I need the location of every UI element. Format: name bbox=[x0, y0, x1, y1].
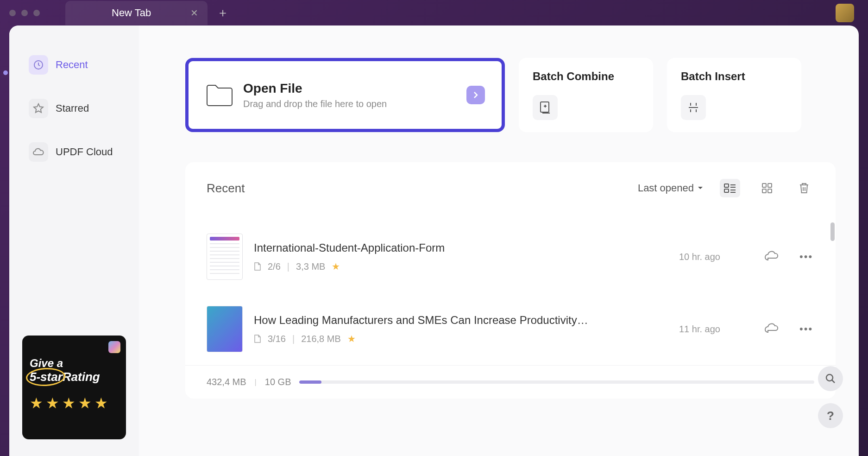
new-tab-button[interactable]: ＋ bbox=[217, 5, 229, 21]
file-name: International-Student-Application-Form bbox=[254, 241, 668, 254]
document-icon bbox=[254, 262, 261, 271]
sidebar-item-label: Recent bbox=[56, 59, 88, 71]
svg-rect-4 bbox=[762, 184, 766, 187]
app-badge-icon bbox=[836, 4, 854, 22]
open-file-arrow-button[interactable] bbox=[466, 86, 485, 104]
storage-progress-track bbox=[299, 380, 814, 384]
file-row[interactable]: How Leading Manufacturers and SMEs Can I… bbox=[207, 293, 814, 365]
document-icon bbox=[254, 334, 261, 343]
delete-button[interactable] bbox=[794, 179, 814, 197]
svg-rect-6 bbox=[762, 189, 766, 193]
storage-used: 432,4 MB bbox=[207, 377, 246, 387]
open-file-title: Open File bbox=[243, 81, 456, 96]
sidebar-item-label: UPDF Cloud bbox=[56, 146, 113, 158]
starred-icon[interactable]: ★ bbox=[347, 333, 356, 344]
starred-icon[interactable]: ★ bbox=[332, 261, 340, 272]
svg-point-8 bbox=[826, 374, 833, 381]
list-view-button[interactable] bbox=[720, 179, 740, 197]
batch-combine-card[interactable]: Batch Combine bbox=[519, 58, 653, 132]
folder-icon bbox=[205, 82, 233, 108]
chevron-down-icon bbox=[698, 186, 703, 190]
recent-header: Recent Last opened bbox=[185, 179, 836, 197]
file-time: 11 hr. ago bbox=[679, 324, 744, 335]
batch-insert-title: Batch Insert bbox=[681, 70, 787, 83]
open-file-subtitle: Drag and drop the file here to open bbox=[243, 99, 456, 109]
star-icon: ★ bbox=[94, 394, 108, 412]
batch-combine-title: Batch Combine bbox=[533, 70, 639, 83]
titlebar: New Tab ✕ ＋ bbox=[0, 0, 868, 25]
tab-close-icon[interactable]: ✕ bbox=[190, 7, 198, 19]
minimize-window-button[interactable] bbox=[21, 10, 28, 16]
recent-section: Recent Last opened bbox=[185, 162, 836, 399]
star-icon: ★ bbox=[30, 394, 43, 412]
meta-separator: | bbox=[287, 261, 289, 272]
rating-stars: ★★★★★ bbox=[30, 394, 119, 412]
tab-new[interactable]: New Tab ✕ bbox=[65, 1, 208, 25]
sidebar-item-label: Starred bbox=[56, 102, 89, 114]
svg-rect-2 bbox=[724, 184, 729, 187]
cloud-sync-icon[interactable] bbox=[764, 323, 779, 335]
trash-icon bbox=[799, 182, 810, 194]
scrollbar-thumb[interactable] bbox=[830, 222, 835, 241]
content-area: Open File Drag and drop the file here to… bbox=[139, 25, 859, 456]
file-size: 216,8 MB bbox=[301, 334, 341, 344]
storage-bar: 432,4 MB | 10 GB bbox=[185, 365, 836, 399]
svg-rect-7 bbox=[768, 189, 772, 193]
svg-rect-5 bbox=[768, 184, 772, 187]
file-info: How Leading Manufacturers and SMEs Can I… bbox=[254, 314, 668, 344]
file-meta: 3/16 | 216,8 MB ★ bbox=[254, 333, 668, 344]
help-fab[interactable]: ? bbox=[818, 403, 843, 428]
storage-separator: | bbox=[255, 378, 257, 386]
open-file-texts: Open File Drag and drop the file here to… bbox=[243, 81, 456, 109]
recent-controls: Last opened bbox=[638, 179, 814, 197]
sort-dropdown[interactable]: Last opened bbox=[638, 182, 703, 194]
file-list: International-Student-Application-Form 2… bbox=[185, 221, 836, 365]
grid-view-button[interactable] bbox=[757, 179, 777, 197]
star-icon: ★ bbox=[62, 394, 75, 412]
file-info: International-Student-Application-Form 2… bbox=[254, 241, 668, 272]
grid-view-icon bbox=[761, 183, 773, 194]
batch-insert-icon bbox=[681, 95, 706, 120]
file-name: How Leading Manufacturers and SMEs Can I… bbox=[254, 314, 668, 327]
search-fab[interactable] bbox=[818, 366, 843, 391]
top-cards-row: Open File Drag and drop the file here to… bbox=[185, 58, 836, 132]
open-file-card[interactable]: Open File Drag and drop the file here to… bbox=[185, 58, 505, 132]
list-view-icon bbox=[724, 184, 736, 193]
search-icon bbox=[825, 373, 836, 384]
rating-logo-icon bbox=[108, 341, 120, 353]
meta-separator: | bbox=[292, 334, 295, 344]
file-pages: 2/6 bbox=[268, 261, 281, 272]
batch-insert-card[interactable]: Batch Insert bbox=[667, 58, 801, 132]
clock-icon bbox=[29, 55, 48, 75]
rating-promo-card[interactable]: Give a 5-starRating ★★★★★ bbox=[22, 336, 126, 439]
sidebar-item-starred[interactable]: Starred bbox=[23, 92, 130, 125]
svg-rect-3 bbox=[724, 189, 729, 192]
file-thumbnail bbox=[207, 234, 243, 280]
main-window: Recent Starred UPDF Cloud Open File Dra bbox=[9, 25, 859, 456]
file-thumbnail bbox=[207, 306, 243, 352]
file-pages: 3/16 bbox=[268, 334, 286, 344]
sort-label: Last opened bbox=[638, 182, 694, 194]
storage-total: 10 GB bbox=[265, 377, 291, 387]
file-size: 3,3 MB bbox=[296, 261, 325, 272]
storage-progress-fill bbox=[299, 380, 321, 384]
recent-section-title: Recent bbox=[207, 181, 245, 196]
batch-combine-icon bbox=[533, 95, 558, 120]
file-meta: 2/6 | 3,3 MB ★ bbox=[254, 261, 668, 272]
cloud-icon bbox=[29, 142, 48, 162]
star-icon bbox=[29, 99, 48, 118]
star-icon: ★ bbox=[46, 394, 59, 412]
sidebar-item-recent[interactable]: Recent bbox=[23, 49, 130, 81]
file-row[interactable]: International-Student-Application-Form 2… bbox=[207, 221, 814, 293]
cloud-sync-icon[interactable] bbox=[764, 251, 779, 263]
tab-title: New Tab bbox=[112, 7, 151, 19]
file-more-button[interactable]: ••• bbox=[799, 251, 814, 263]
maximize-window-button[interactable] bbox=[33, 10, 40, 16]
close-window-button[interactable] bbox=[9, 10, 16, 16]
rating-line2: 5-starRating bbox=[30, 370, 119, 384]
window-controls bbox=[9, 10, 40, 16]
file-more-button[interactable]: ••• bbox=[799, 323, 814, 335]
file-time: 10 hr. ago bbox=[679, 252, 744, 262]
help-icon: ? bbox=[827, 409, 834, 423]
sidebar-item-cloud[interactable]: UPDF Cloud bbox=[23, 136, 130, 168]
